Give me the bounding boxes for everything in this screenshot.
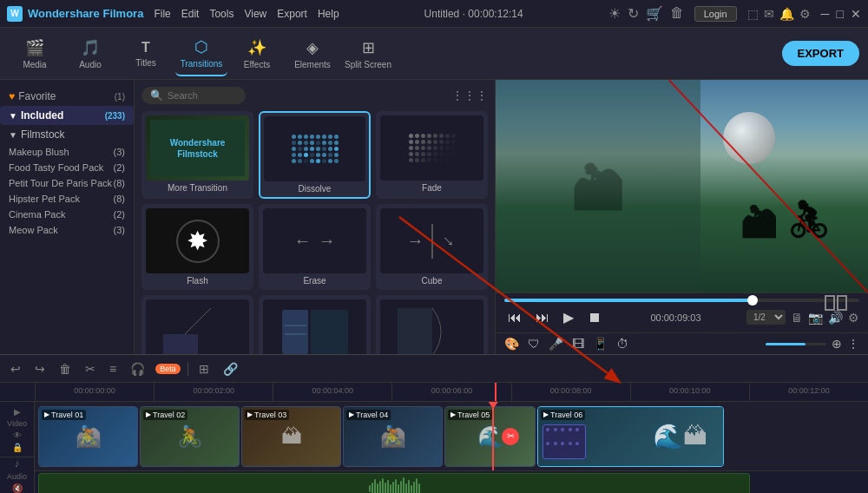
icon4[interactable]: ⚙ <box>799 7 811 21</box>
sidebar-item-petit[interactable]: Petit Tour De Paris Pack (8) <box>0 175 134 191</box>
monitor-icon[interactable]: 🖥 <box>791 311 803 325</box>
step-back-button[interactable]: ⏭ <box>532 308 553 327</box>
clip-travel02[interactable]: 🚴 ▶Travel 02 <box>140 406 240 467</box>
refresh-icon[interactable]: ↻ <box>628 5 639 22</box>
icon1[interactable]: ⬚ <box>747 7 759 21</box>
camera-icon[interactable]: 📷 <box>808 311 823 325</box>
clip-travel04[interactable]: 🚵 ▶Travel 04 <box>343 406 443 467</box>
transition-flash[interactable]: ✸ Flash <box>141 204 253 290</box>
timer-button[interactable]: ⏱ <box>616 337 628 351</box>
lock-icon[interactable]: 🔒 <box>12 443 23 452</box>
tool-split-screen[interactable]: ⊞ Split Screen <box>342 31 394 76</box>
volume-slider[interactable] <box>766 343 826 345</box>
sidebar-item-meow[interactable]: Meow Pack (3) <box>0 222 134 238</box>
icon3[interactable]: 🔔 <box>779 7 794 21</box>
transition-partial-3[interactable] <box>376 295 488 354</box>
tl-audio-button[interactable]: 🎧 <box>127 360 148 378</box>
sidebar-item-included[interactable]: ▼ Included (233) <box>0 106 134 125</box>
favorite-label: Favorite <box>18 90 115 102</box>
effects-label: Effects <box>244 60 270 69</box>
menu-export[interactable]: Export <box>277 8 307 20</box>
stop-button[interactable]: ⏹ <box>584 308 605 327</box>
search-input[interactable] <box>168 90 237 101</box>
erase-icon-left: ← <box>294 231 312 251</box>
skip-back-button[interactable]: ⏮ <box>504 308 525 327</box>
grid-icon[interactable]: ⋮⋮⋮ <box>451 89 488 102</box>
play-button[interactable]: ▶ <box>560 307 577 327</box>
export-button[interactable]: EXPORT <box>782 41 859 66</box>
sidebar-item-favorite[interactable]: ♥ Favorite (1) <box>0 87 134 106</box>
transition-partial-1[interactable] <box>141 295 253 354</box>
media-label: Media <box>23 60 46 69</box>
tool-audio[interactable]: 🎵 Audio <box>64 31 116 76</box>
shield-button[interactable]: 🛡 <box>528 337 540 351</box>
tl-adjust-button[interactable]: ≡ <box>106 360 120 378</box>
transition-cube[interactable]: → → Cube <box>376 204 488 290</box>
transition-fade[interactable]: Fade <box>376 111 488 199</box>
clip-travel06[interactable]: 🌊🏔 ▶Travel 06 <box>537 406 724 467</box>
separator <box>187 362 188 376</box>
menu-view[interactable]: View <box>244 8 266 20</box>
transition-erase[interactable]: ← → Erase <box>259 204 371 290</box>
color-effect-button[interactable]: 🎨 <box>504 337 519 351</box>
cart-icon[interactable]: 🛒 <box>646 5 663 22</box>
mic-button[interactable]: 🎤 <box>549 337 563 351</box>
tl-cut-button[interactable]: ✂ <box>82 360 99 378</box>
menu-tools[interactable]: Tools <box>209 8 233 20</box>
mute-icon[interactable]: 🔇 <box>12 483 23 493</box>
film-button[interactable]: 🎞 <box>572 337 584 351</box>
trash-icon[interactable]: 🗑 <box>670 5 684 22</box>
sidebar-item-makeup[interactable]: Makeup Blush (3) <box>0 144 134 160</box>
tl-delete-button[interactable]: 🗑 <box>56 360 75 378</box>
tool-media[interactable]: 🎬 Media <box>9 31 61 76</box>
add-button[interactable]: ⊕ <box>832 337 842 351</box>
maximize-button[interactable]: □ <box>837 7 844 21</box>
transition-more[interactable]: WondershareFilmstock More Transition <box>141 111 253 199</box>
sidebar-item-hipster[interactable]: Hipster Pet Pack (8) <box>0 191 134 207</box>
minimize-button[interactable]: ─ <box>821 7 830 21</box>
volume-icon[interactable]: 🔊 <box>828 311 843 325</box>
clip-travel05[interactable]: 🌊 ▶Travel 05 <box>444 406 536 467</box>
timeline-toolbar: ↩ ↪ 🗑 ✂ ≡ 🎧 Beta ⊞ 🔗 <box>0 355 868 383</box>
menu-help[interactable]: Help <box>318 8 339 20</box>
menu-edit[interactable]: Edit <box>181 8 200 20</box>
settings-icon[interactable]: ⚙ <box>848 311 859 325</box>
clip-travel03[interactable]: 🏔 ▶Travel 03 <box>241 406 341 467</box>
tool-titles[interactable]: T Titles <box>120 31 172 76</box>
erase-icon-right: → <box>319 231 336 251</box>
search-box[interactable]: 🔍 <box>141 87 246 104</box>
tool-elements[interactable]: ◈ Elements <box>286 31 339 76</box>
quality-select[interactable]: 1/2 Full <box>746 310 786 325</box>
clip-travel01[interactable]: 🚵 ▶Travel 01 <box>38 406 138 467</box>
tool-effects[interactable]: ✨ Effects <box>231 31 283 76</box>
transition-dissolve[interactable]: Dissolve <box>259 111 371 199</box>
tl-snap-button[interactable]: ⊞ <box>195 360 213 378</box>
transition-partial-2[interactable] <box>259 295 371 354</box>
included-chevron: ▼ <box>9 111 17 121</box>
sidebar-item-filmstock[interactable]: ▼ Filmstock <box>0 125 134 144</box>
audio-clip-1[interactable] <box>38 473 750 493</box>
close-button[interactable]: ✕ <box>851 7 861 21</box>
clip06-icon: ▶ <box>543 411 549 418</box>
controls-left: ⏮ ⏭ ▶ ⏹ <box>504 307 605 327</box>
login-button[interactable]: Login <box>694 6 737 22</box>
fade-thumb <box>380 115 483 181</box>
tl-link-button[interactable]: 🔗 <box>220 360 241 378</box>
eye-icon[interactable]: 👁 <box>13 431 22 440</box>
sidebar-item-food[interactable]: Food Tasty Food Pack (2) <box>0 160 134 175</box>
timeline-playhead <box>492 402 494 470</box>
options-button[interactable]: ⋮ <box>847 337 859 351</box>
tl-undo-button[interactable]: ↩ <box>7 360 24 378</box>
brightness-icon[interactable]: ☀ <box>608 5 621 22</box>
progress-bar[interactable] <box>504 299 859 302</box>
filmstock-chevron: ▼ <box>9 130 17 140</box>
tool-transitions[interactable]: ⬡ Transitions <box>175 31 227 76</box>
menu-bar: File Edit Tools View Export Help <box>154 8 339 20</box>
sidebar-item-cinema[interactable]: Cinema Pack (2) <box>0 207 134 222</box>
video-track-label: ▶ Video 👁 🔒 <box>0 402 34 457</box>
flash-thumb: ✸ <box>146 208 249 273</box>
menu-file[interactable]: File <box>154 8 170 20</box>
tl-redo-button[interactable]: ↪ <box>31 360 49 378</box>
screen-button[interactable]: 📱 <box>593 337 608 351</box>
icon2[interactable]: ✉ <box>764 7 774 21</box>
